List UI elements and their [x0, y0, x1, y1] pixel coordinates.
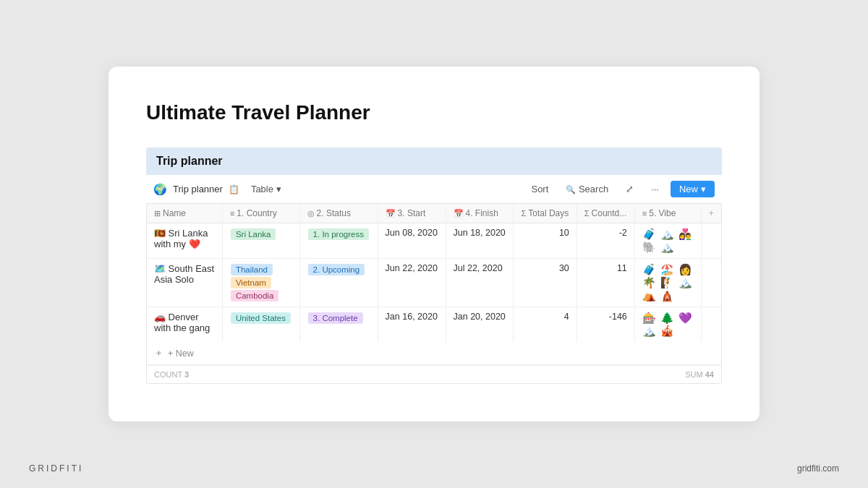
- row3-extra: [701, 307, 721, 343]
- col-start: 📅3. Start: [378, 204, 446, 223]
- row1-vibe: 🧳 🏔️ 👩‍❤️‍👨🐘 🏔️: [634, 223, 701, 259]
- row2-totaldays: 30: [514, 259, 576, 307]
- data-table: ⊞Name ≡1. Country ◎2. Status 📅3. Start 📅…: [147, 204, 721, 342]
- row1-countd: -2: [576, 223, 634, 259]
- table-row: 🇱🇰 Sri Lankawith my ❤️ Sri Lanka 1. In p…: [147, 223, 721, 259]
- table-view-button[interactable]: Table ▾: [245, 181, 287, 197]
- col-totaldays: ΣTotal Days: [514, 204, 576, 223]
- col-finish: 📅4. Finish: [446, 204, 514, 223]
- new-button[interactable]: New ▾: [671, 181, 715, 197]
- col-country: ≡1. Country: [222, 204, 299, 223]
- row2-start: Jun 22, 2020: [378, 259, 446, 307]
- row2-extra: [701, 259, 721, 307]
- row2-vibe: 🧳 🏖️ 👩🌴 🧗 🏔️⛺ 🛕: [634, 259, 701, 307]
- toolbar-left: 🌍 Trip planner 📋 Table ▾: [153, 181, 287, 197]
- add-icon: ＋: [154, 347, 163, 359]
- table-wrap: ⊞Name ≡1. Country ◎2. Status 📅3. Start 📅…: [146, 204, 722, 384]
- main-card: Ultimate Travel Planner Trip planner 🌍 T…: [109, 67, 760, 421]
- row3-country: United States: [222, 307, 299, 343]
- row3-start: Jan 16, 2020: [378, 307, 446, 343]
- brand-left: GRIDFITI: [29, 463, 83, 474]
- col-name: ⊞Name: [147, 204, 222, 223]
- row1-status: 1. In progress: [299, 223, 378, 259]
- sort-button[interactable]: Sort: [525, 181, 554, 197]
- globe-icon: 🌍: [153, 183, 167, 196]
- sum-row: COUNT 3 SUM 44: [147, 365, 721, 383]
- row3-name[interactable]: 🚗 Denverwith the gang: [147, 307, 222, 343]
- status-complete[interactable]: 3. Complete: [308, 312, 363, 324]
- row2-status: 2. Upcoming: [299, 259, 378, 307]
- toolbar: 🌍 Trip planner 📋 Table ▾ Sort 🔍 Search ⤢…: [146, 175, 722, 204]
- tag-united-states[interactable]: United States: [231, 312, 291, 324]
- status-in-progress[interactable]: 1. In progress: [308, 228, 369, 240]
- row3-totaldays: 4: [514, 307, 576, 343]
- search-button[interactable]: 🔍 Search: [560, 181, 614, 197]
- status-upcoming[interactable]: 2. Upcoming: [308, 264, 365, 275]
- col-vibe: ≡5. Vibe: [634, 204, 701, 223]
- row2-finish: Jul 22, 2020: [446, 259, 514, 307]
- toolbar-view-name: Trip planner: [173, 184, 223, 194]
- row1-start: Jun 08, 2020: [378, 223, 446, 259]
- row1-totaldays: 10: [514, 223, 576, 259]
- row1-extra: [701, 223, 721, 259]
- table-row: 🗺️ South EastAsia Solo Thailand Vietnam …: [147, 259, 721, 307]
- view-container: Trip planner 🌍 Trip planner 📋 Table ▾ So…: [146, 147, 722, 384]
- row3-status: 3. Complete: [299, 307, 378, 343]
- sum-label: SUM 44: [685, 370, 714, 379]
- expand-button[interactable]: ⤢: [620, 181, 639, 197]
- col-status: ◎2. Status: [299, 204, 378, 223]
- table-row: 🚗 Denverwith the gang United States 3. C…: [147, 307, 721, 343]
- row2-countd: 11: [576, 259, 634, 307]
- tag-cambodia[interactable]: Cambodia: [231, 290, 278, 301]
- more-options-button[interactable]: ···: [645, 181, 665, 197]
- add-new-label: + New: [168, 348, 194, 359]
- add-new-row[interactable]: ＋ + New: [147, 342, 721, 365]
- row2-name[interactable]: 🗺️ South EastAsia Solo: [147, 259, 222, 307]
- tag-thailand[interactable]: Thailand: [231, 264, 273, 275]
- col-add[interactable]: +: [701, 204, 721, 223]
- tag-sri-lanka[interactable]: Sri Lanka: [231, 228, 276, 240]
- table-icon: 📋: [229, 184, 239, 194]
- row1-name[interactable]: 🇱🇰 Sri Lankawith my ❤️: [147, 223, 222, 259]
- toolbar-right: Sort 🔍 Search ⤢ ··· New ▾: [525, 181, 715, 197]
- count-label: COUNT 3: [154, 370, 189, 379]
- view-header: Trip planner: [146, 147, 722, 175]
- row2-country: Thailand Vietnam Cambodia: [222, 259, 299, 307]
- col-countd: ΣCountd...: [576, 204, 634, 223]
- row1-finish: Jun 18, 2020: [446, 223, 514, 259]
- row1-country: Sri Lanka: [222, 223, 299, 259]
- table-header-row: ⊞Name ≡1. Country ◎2. Status 📅3. Start 📅…: [147, 204, 721, 223]
- page-title: Ultimate Travel Planner: [146, 101, 722, 124]
- tag-vietnam[interactable]: Vietnam: [231, 277, 271, 288]
- row3-countd: -146: [576, 307, 634, 343]
- row3-finish: Jan 20, 2020: [446, 307, 514, 343]
- row3-vibe: 🎰 🌲 💜🏔️ 🎪: [634, 307, 701, 343]
- brand-right: gridfiti.com: [797, 463, 839, 474]
